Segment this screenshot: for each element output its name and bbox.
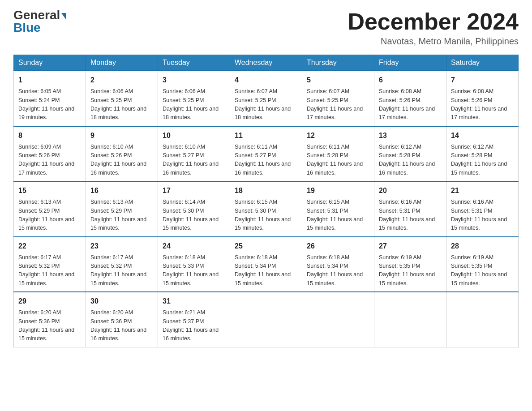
day-info: Sunrise: 6:05 AMSunset: 5:24 PMDaylight:… (18, 87, 81, 122)
calendar-cell: 10Sunrise: 6:10 AMSunset: 5:27 PMDayligh… (158, 126, 230, 182)
calendar-cell: 6Sunrise: 6:08 AMSunset: 5:26 PMDaylight… (374, 71, 446, 126)
day-info: Sunrise: 6:16 AMSunset: 5:31 PMDaylight:… (451, 198, 514, 233)
day-info: Sunrise: 6:10 AMSunset: 5:26 PMDaylight:… (90, 143, 153, 178)
weekday-header-sunday: Sunday (14, 55, 86, 71)
day-number: 9 (90, 130, 153, 141)
day-number: 4 (235, 75, 297, 86)
weekday-header-monday: Monday (86, 55, 158, 71)
day-number: 24 (163, 241, 225, 252)
calendar-cell: 13Sunrise: 6:12 AMSunset: 5:28 PMDayligh… (374, 126, 446, 182)
page-header: General Blue December 2024 Navotas, Metr… (13, 9, 519, 47)
day-number: 2 (90, 75, 153, 86)
day-info: Sunrise: 6:07 AMSunset: 5:25 PMDaylight:… (235, 87, 297, 122)
calendar-cell: 28Sunrise: 6:19 AMSunset: 5:35 PMDayligh… (446, 237, 519, 292)
weekday-header-row: SundayMondayTuesdayWednesdayThursdayFrid… (14, 55, 519, 71)
calendar-cell: 14Sunrise: 6:12 AMSunset: 5:28 PMDayligh… (446, 126, 519, 182)
week-row-2: 8Sunrise: 6:09 AMSunset: 5:26 PMDaylight… (14, 126, 519, 182)
calendar-cell: 4Sunrise: 6:07 AMSunset: 5:25 PMDaylight… (230, 71, 302, 126)
day-number: 13 (379, 130, 442, 141)
calendar-cell: 12Sunrise: 6:11 AMSunset: 5:28 PMDayligh… (302, 126, 374, 182)
month-title: December 2024 (348, 9, 519, 34)
day-info: Sunrise: 6:17 AMSunset: 5:32 PMDaylight:… (18, 253, 81, 288)
day-info: Sunrise: 6:13 AMSunset: 5:29 PMDaylight:… (18, 198, 81, 233)
day-info: Sunrise: 6:07 AMSunset: 5:25 PMDaylight:… (307, 87, 369, 122)
weekday-header-friday: Friday (374, 55, 446, 71)
day-info: Sunrise: 6:19 AMSunset: 5:35 PMDaylight:… (451, 253, 514, 288)
calendar-cell: 29Sunrise: 6:20 AMSunset: 5:36 PMDayligh… (14, 292, 86, 347)
calendar-cell: 9Sunrise: 6:10 AMSunset: 5:26 PMDaylight… (86, 126, 158, 182)
day-number: 8 (18, 130, 81, 141)
day-info: Sunrise: 6:13 AMSunset: 5:29 PMDaylight:… (90, 198, 153, 233)
day-number: 30 (90, 296, 153, 307)
day-number: 27 (379, 241, 442, 252)
day-info: Sunrise: 6:11 AMSunset: 5:28 PMDaylight:… (307, 143, 369, 178)
weekday-header-tuesday: Tuesday (158, 55, 230, 71)
day-number: 25 (235, 241, 297, 252)
calendar-cell: 16Sunrise: 6:13 AMSunset: 5:29 PMDayligh… (86, 181, 158, 237)
calendar-cell: 31Sunrise: 6:21 AMSunset: 5:37 PMDayligh… (158, 292, 230, 347)
day-number: 16 (90, 185, 153, 196)
day-info: Sunrise: 6:10 AMSunset: 5:27 PMDaylight:… (163, 143, 225, 178)
day-number: 23 (90, 241, 153, 252)
day-info: Sunrise: 6:06 AMSunset: 5:25 PMDaylight:… (163, 87, 225, 122)
logo-triangle-icon (61, 13, 66, 19)
weekday-header-saturday: Saturday (446, 55, 519, 71)
calendar-cell: 27Sunrise: 6:19 AMSunset: 5:35 PMDayligh… (374, 237, 446, 292)
day-info: Sunrise: 6:06 AMSunset: 5:25 PMDaylight:… (90, 87, 153, 122)
day-info: Sunrise: 6:15 AMSunset: 5:30 PMDaylight:… (235, 198, 297, 233)
day-number: 15 (18, 185, 81, 196)
day-number: 1 (18, 75, 81, 86)
day-info: Sunrise: 6:08 AMSunset: 5:26 PMDaylight:… (379, 87, 442, 122)
day-info: Sunrise: 6:18 AMSunset: 5:34 PMDaylight:… (307, 253, 369, 288)
day-number: 11 (235, 130, 297, 141)
week-row-4: 22Sunrise: 6:17 AMSunset: 5:32 PMDayligh… (14, 237, 519, 292)
calendar-cell: 18Sunrise: 6:15 AMSunset: 5:30 PMDayligh… (230, 181, 302, 237)
day-number: 10 (163, 130, 225, 141)
calendar-cell: 22Sunrise: 6:17 AMSunset: 5:32 PMDayligh… (14, 237, 86, 292)
calendar-cell: 30Sunrise: 6:20 AMSunset: 5:36 PMDayligh… (86, 292, 158, 347)
calendar-table: SundayMondayTuesdayWednesdayThursdayFrid… (13, 55, 519, 347)
calendar-cell: 1Sunrise: 6:05 AMSunset: 5:24 PMDaylight… (14, 71, 86, 126)
day-number: 18 (235, 185, 297, 196)
day-info: Sunrise: 6:16 AMSunset: 5:31 PMDaylight:… (379, 198, 442, 233)
calendar-cell: 3Sunrise: 6:06 AMSunset: 5:25 PMDaylight… (158, 71, 230, 126)
day-info: Sunrise: 6:20 AMSunset: 5:36 PMDaylight:… (90, 308, 153, 343)
calendar-cell (302, 292, 374, 347)
calendar-cell: 15Sunrise: 6:13 AMSunset: 5:29 PMDayligh… (14, 181, 86, 237)
calendar-cell (446, 292, 519, 347)
day-info: Sunrise: 6:12 AMSunset: 5:28 PMDaylight:… (379, 143, 442, 178)
day-info: Sunrise: 6:15 AMSunset: 5:31 PMDaylight:… (307, 198, 369, 233)
week-row-5: 29Sunrise: 6:20 AMSunset: 5:36 PMDayligh… (14, 292, 519, 347)
day-info: Sunrise: 6:14 AMSunset: 5:30 PMDaylight:… (163, 198, 225, 233)
calendar-cell (230, 292, 302, 347)
day-info: Sunrise: 6:20 AMSunset: 5:36 PMDaylight:… (18, 308, 81, 343)
logo: General Blue (13, 9, 66, 34)
day-number: 22 (18, 241, 81, 252)
day-number: 17 (163, 185, 225, 196)
calendar-cell (374, 292, 446, 347)
day-number: 20 (379, 185, 442, 196)
week-row-1: 1Sunrise: 6:05 AMSunset: 5:24 PMDaylight… (14, 71, 519, 126)
day-number: 21 (451, 185, 514, 196)
day-number: 19 (307, 185, 369, 196)
day-number: 26 (307, 241, 369, 252)
day-number: 28 (451, 241, 514, 252)
day-number: 29 (18, 296, 81, 307)
calendar-cell: 5Sunrise: 6:07 AMSunset: 5:25 PMDaylight… (302, 71, 374, 126)
day-number: 5 (307, 75, 369, 86)
calendar-cell: 26Sunrise: 6:18 AMSunset: 5:34 PMDayligh… (302, 237, 374, 292)
calendar-cell: 25Sunrise: 6:18 AMSunset: 5:34 PMDayligh… (230, 237, 302, 292)
day-info: Sunrise: 6:19 AMSunset: 5:35 PMDaylight:… (379, 253, 442, 288)
day-info: Sunrise: 6:21 AMSunset: 5:37 PMDaylight:… (163, 308, 225, 343)
day-number: 7 (451, 75, 514, 86)
calendar-cell: 19Sunrise: 6:15 AMSunset: 5:31 PMDayligh… (302, 181, 374, 237)
day-number: 12 (307, 130, 369, 141)
location-text: Navotas, Metro Manila, Philippines (348, 36, 519, 47)
calendar-cell: 2Sunrise: 6:06 AMSunset: 5:25 PMDaylight… (86, 71, 158, 126)
calendar-cell: 21Sunrise: 6:16 AMSunset: 5:31 PMDayligh… (446, 181, 519, 237)
day-number: 31 (163, 296, 225, 307)
weekday-header-thursday: Thursday (302, 55, 374, 71)
logo-blue-text: Blue (13, 21, 41, 34)
day-info: Sunrise: 6:12 AMSunset: 5:28 PMDaylight:… (451, 143, 514, 178)
day-number: 3 (163, 75, 225, 86)
